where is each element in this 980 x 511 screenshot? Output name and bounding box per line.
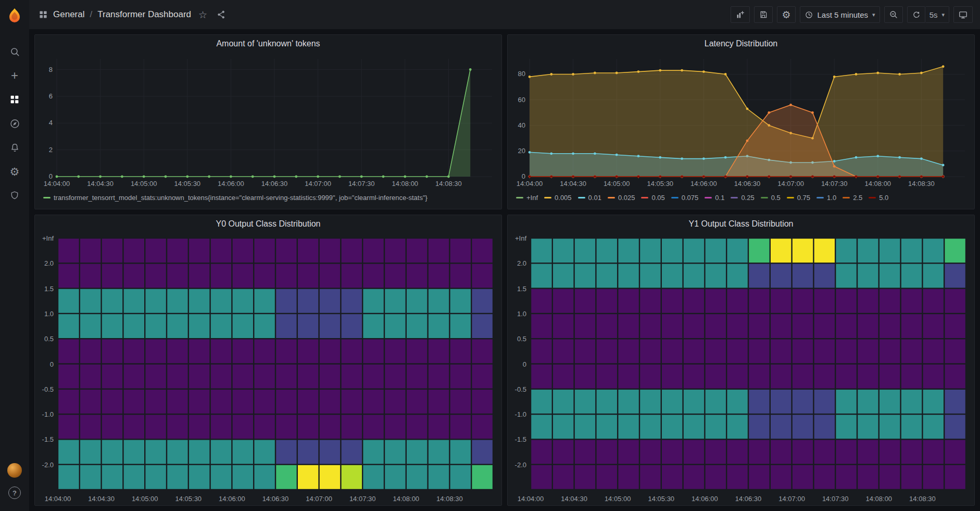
heatmap-cell (102, 314, 122, 338)
legend-item[interactable]: transformer_tensorrt_model_stats:unknown… (43, 194, 428, 202)
heatmap-cell (58, 415, 79, 439)
legend-item[interactable]: 1.0 (816, 194, 836, 202)
heatmap-cell (662, 339, 682, 363)
help-icon: ? (8, 487, 21, 499)
axis-label: 14:04:00 (518, 495, 544, 503)
sidebar-item-configuration[interactable]: ⚙ (0, 159, 29, 183)
heatmap-cell (233, 314, 253, 338)
heatmap-cell (429, 289, 449, 313)
heatmap-cell (58, 390, 79, 414)
add-panel-button[interactable] (731, 6, 750, 23)
heatmap-cell (363, 314, 383, 338)
panel-title-bar[interactable]: Y1 Output Class Distribution (508, 215, 974, 233)
sidebar-item-explore[interactable] (0, 111, 29, 135)
panel-title: Y0 Output Class Distribution (216, 219, 321, 229)
save-dashboard-button[interactable] (754, 6, 773, 23)
legend-item[interactable]: 0.025 (608, 194, 635, 202)
legend-item[interactable]: 0.5 (761, 194, 781, 202)
heatmap-cell (320, 314, 340, 338)
heatmap-cell (901, 264, 922, 288)
star-dashboard-button[interactable]: ☆ (196, 9, 209, 21)
series-point (447, 176, 450, 178)
cycle-view-mode-button[interactable] (953, 6, 973, 23)
heatmap-cell (597, 314, 617, 338)
legend-item[interactable]: 2.5 (843, 194, 862, 202)
heatmap-cell (684, 415, 704, 439)
legend-item[interactable]: 0.005 (544, 194, 572, 202)
dashboard-settings-button[interactable]: ⚙ (777, 6, 795, 23)
heatmap-cell (727, 264, 747, 288)
heatmap-cell (814, 264, 835, 288)
legend-item[interactable]: +Inf (516, 194, 538, 202)
series-point (186, 176, 189, 178)
sidebar-item-alerting[interactable] (0, 135, 29, 159)
heatmap-cell (429, 239, 449, 263)
heatmap-cell (211, 440, 231, 464)
heatmap-cell (858, 289, 878, 313)
user-avatar[interactable] (7, 463, 22, 478)
sidebar-item-server-admin[interactable] (0, 183, 29, 207)
sidebar-item-help[interactable]: ? (0, 481, 29, 505)
panel-title-bar[interactable]: Y0 Output Class Distribution (35, 215, 501, 233)
legend-item[interactable]: 0.1 (705, 194, 724, 202)
heatmap-cell (618, 339, 638, 363)
heatmap-cell (58, 339, 79, 363)
series-point (529, 76, 531, 78)
heatmap-chart-y1[interactable]: +Inf2.01.51.00.50-0.5-1.0-1.5-2.014:04:0… (508, 233, 974, 505)
timeseries-chart-latency[interactable]: 14:04:0014:04:3014:05:0014:05:3014:06:00… (508, 53, 974, 190)
sidebar-item-search[interactable] (0, 40, 29, 64)
heatmap-cell (640, 264, 660, 288)
heatmap-cell (276, 339, 296, 363)
heatmap-cell (276, 415, 296, 439)
sidebar-item-create[interactable]: + (0, 64, 29, 88)
refresh-interval-picker[interactable]: 5s ▾ (925, 6, 949, 23)
heatmap-cell (363, 440, 383, 464)
heatmap-chart-y0[interactable]: +Inf2.01.51.00.50-0.5-1.0-1.5-2.014:04:0… (35, 233, 501, 505)
time-range-picker[interactable]: Last 5 minutes ▾ (800, 6, 880, 23)
heatmap-cell (189, 390, 209, 414)
legend-series-label: 0.75 (797, 194, 810, 202)
heatmap-cell (531, 264, 551, 288)
dashboard-grid: Amount of 'unknown' tokens 14:04:0014:04… (29, 29, 980, 511)
series-point (833, 160, 836, 163)
legend-item[interactable]: 5.0 (869, 194, 888, 202)
legend-item[interactable]: 0.05 (641, 194, 664, 202)
share-dashboard-button[interactable] (215, 9, 228, 20)
heatmap-cell (531, 365, 551, 389)
heatmap-cell (276, 314, 296, 338)
panel-title-bar[interactable]: Latency Distribution (508, 35, 974, 53)
heatmap-cell (640, 365, 660, 389)
heatmap-cell (793, 440, 813, 464)
heatmap-cell (429, 314, 449, 338)
heatmap-cell (429, 390, 449, 414)
heatmap-cell (102, 289, 122, 313)
breadcrumb-section[interactable]: General (53, 9, 84, 20)
series-point (230, 176, 232, 178)
search-icon (9, 46, 20, 57)
sidebar-item-dashboards[interactable] (0, 88, 29, 111)
breadcrumb-dashboard-title[interactable]: Transformer Dashboard (97, 9, 191, 20)
heatmap-cell (706, 415, 726, 439)
add-panel-icon (735, 10, 745, 20)
series-point (99, 176, 102, 178)
heatmap-cell (727, 289, 747, 313)
axis-label: 14:06:30 (261, 180, 288, 188)
legend-item[interactable]: 0.01 (578, 194, 601, 202)
heatmap-cell (145, 465, 166, 489)
grafana-logo[interactable] (0, 0, 29, 31)
legend-item[interactable]: 0.25 (731, 194, 754, 202)
panel-title-bar[interactable]: Amount of 'unknown' tokens (35, 35, 501, 53)
legend-item[interactable]: 0.075 (671, 194, 699, 202)
axis-label: 14:08:30 (435, 180, 462, 188)
axis-label: 0 (522, 172, 525, 180)
heatmap-cell (145, 339, 166, 363)
panel-y1-class-distribution: Y1 Output Class Distribution +Inf2.01.51… (507, 215, 975, 506)
heatmap-cell (363, 465, 383, 489)
heatmap-cell (640, 440, 660, 464)
zoom-out-button[interactable] (884, 6, 903, 23)
legend-item[interactable]: 0.75 (787, 194, 810, 202)
timeseries-chart-unknown-tokens[interactable]: 14:04:0014:04:3014:05:0014:05:3014:06:00… (35, 53, 501, 190)
heatmap-cell (124, 440, 144, 464)
refresh-button[interactable] (907, 6, 925, 23)
heatmap-cell (167, 339, 187, 363)
